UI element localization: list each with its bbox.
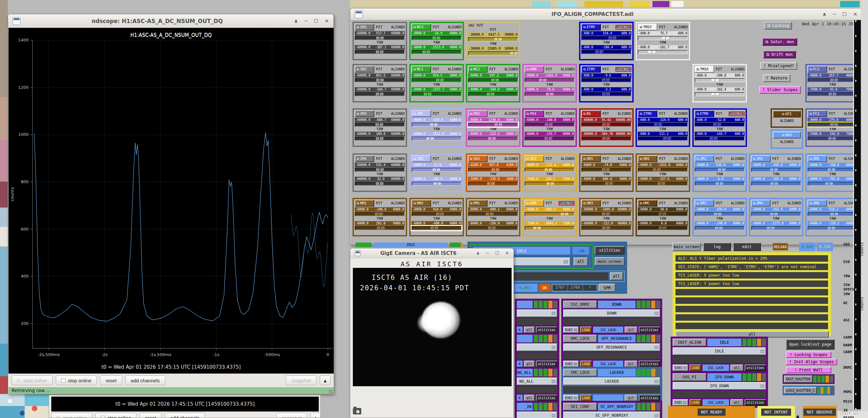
tool-button-1[interactable]: ! Init Align Scopes bbox=[786, 359, 837, 365]
optic-display-button[interactable]: ⧉ZM6 bbox=[808, 200, 827, 207]
yaw-slider[interactable] bbox=[581, 182, 631, 186]
optic-display-button[interactable]: ⧉PRM bbox=[525, 66, 544, 73]
maximize-icon[interactable]: ☐ bbox=[314, 18, 318, 24]
medm-button-locking[interactable]: ⧉ Locking bbox=[764, 22, 792, 30]
optic-display-button[interactable]: ⧉SR3 bbox=[468, 155, 488, 162]
camera-titlebar[interactable]: GigE Camera - AS AIR ISCT6 ∧ ─ ☐ ✕ bbox=[350, 248, 514, 258]
exec-dropdown[interactable]: EXEC bbox=[563, 326, 579, 333]
pit-slider[interactable] bbox=[355, 123, 405, 127]
yaw-slider[interactable] bbox=[638, 182, 688, 186]
yaw-slider[interactable] bbox=[751, 182, 801, 186]
yaw-slider[interactable] bbox=[468, 92, 518, 96]
optic-display-button[interactable]: ⧉ZM1 bbox=[695, 155, 714, 162]
yaw-slider[interactable] bbox=[525, 226, 575, 230]
optic-display-button[interactable]: ⧉ZM4 bbox=[751, 200, 771, 207]
yaw-slider[interactable] bbox=[355, 92, 405, 96]
pit-slider[interactable] bbox=[355, 212, 405, 216]
optic-display-button[interactable]: ⧉PR2 bbox=[468, 110, 488, 117]
pit-slider[interactable] bbox=[412, 36, 462, 40]
panel-log-button[interactable]: log bbox=[703, 243, 731, 251]
optic-display-button[interactable]: ⧉SR2 bbox=[525, 155, 544, 162]
pit-slider[interactable] bbox=[468, 78, 518, 82]
yaw-slider[interactable] bbox=[468, 137, 518, 141]
optic-display-button[interactable]: ⧉ITMX bbox=[638, 110, 657, 117]
pit-slider[interactable] bbox=[525, 212, 575, 216]
pit-slider[interactable] bbox=[412, 78, 462, 82]
medm-button-misaligned[interactable]: ! Misaligned? bbox=[760, 62, 797, 70]
node-request-dropdown[interactable] bbox=[517, 343, 557, 351]
pit-slider[interactable] bbox=[751, 168, 801, 172]
shutter-name-button[interactable]: FAST_SHUTTER bbox=[784, 376, 812, 383]
yaw-slider[interactable] bbox=[355, 137, 405, 141]
yaw-slider[interactable] bbox=[638, 50, 688, 54]
panel-main-screen-button[interactable]: main screen bbox=[672, 243, 701, 251]
node-request-dropdown[interactable]: DOWN bbox=[563, 309, 660, 317]
pit-slider[interactable] bbox=[355, 168, 405, 172]
yaw-slider[interactable] bbox=[355, 50, 405, 54]
load-button[interactable]: LOAD bbox=[580, 360, 592, 367]
open-locklost-button[interactable]: Open locklost page bbox=[786, 339, 835, 350]
all-button[interactable]: all bbox=[524, 395, 535, 401]
optic-display-button[interactable]: ⧉ETMX bbox=[695, 110, 714, 117]
yaw-slider[interactable] bbox=[581, 137, 631, 141]
all-button[interactable]: all bbox=[624, 395, 638, 401]
close-icon[interactable]: ✕ bbox=[853, 11, 857, 17]
pit-slider[interactable] bbox=[581, 212, 631, 216]
pit-slider[interactable] bbox=[695, 212, 745, 216]
node-request-dropdown[interactable] bbox=[517, 412, 557, 418]
utilities-button[interactable]: utilities bbox=[536, 395, 557, 401]
pit-slider[interactable] bbox=[581, 78, 631, 82]
optic-display-button[interactable]: ⧉OMC bbox=[638, 200, 657, 207]
pit-slider[interactable] bbox=[525, 78, 575, 82]
yaw-slider[interactable] bbox=[808, 182, 858, 186]
yaw-slider[interactable] bbox=[412, 182, 462, 186]
master-utilities-button[interactable]: utilities bbox=[595, 246, 624, 254]
optic-display-button[interactable]: ⧉TMSX bbox=[695, 66, 714, 73]
node-name-button[interactable]: INIT_ALIGN bbox=[673, 339, 706, 346]
yaw-slider[interactable] bbox=[581, 50, 631, 54]
optic-display-button[interactable]: ⧉FC2 bbox=[808, 66, 827, 73]
shutter-name-button[interactable]: LOSS_SHUTTER_C bbox=[784, 387, 817, 394]
pit-slider[interactable] bbox=[581, 36, 631, 40]
pit-slider[interactable] bbox=[468, 37, 518, 41]
pit-slider[interactable] bbox=[581, 123, 631, 127]
close-icon[interactable]: ✕ bbox=[324, 18, 329, 24]
optic-display-button[interactable]: ⧉ETMY bbox=[581, 24, 601, 31]
pit-slider[interactable] bbox=[808, 123, 858, 127]
exec-dropdown[interactable]: EXEC bbox=[563, 360, 579, 367]
yaw-slider[interactable] bbox=[638, 226, 688, 230]
reset-button-2[interactable]: reset bbox=[140, 413, 161, 418]
utilities-button[interactable]: utilities bbox=[745, 364, 766, 371]
close-icon[interactable]: ✕ bbox=[505, 251, 509, 255]
optic-display-button[interactable]: ⧉OM1 bbox=[581, 155, 601, 162]
camera-snapshot-icon[interactable] bbox=[353, 408, 361, 414]
optic-display-button[interactable]: ⧉ZM2 bbox=[695, 200, 714, 207]
expand-button[interactable]: ▲ bbox=[320, 376, 331, 385]
yaw-slider[interactable] bbox=[808, 226, 858, 230]
snapshot-button-2[interactable]: snapshot bbox=[276, 413, 307, 418]
medm-button-satur-mon[interactable]: ⧉ Satur. mon bbox=[762, 38, 797, 46]
node-request-dropdown[interactable]: NG_ALL bbox=[517, 378, 557, 385]
yaw-slider[interactable] bbox=[695, 182, 745, 186]
tool-button-0[interactable]: ! Locking Scopes bbox=[786, 351, 831, 358]
stop-online-button-2[interactable]: stop online bbox=[95, 413, 137, 418]
yaw-slider[interactable] bbox=[412, 50, 462, 54]
load-button[interactable]: LOAD bbox=[689, 364, 701, 371]
optic-display-button[interactable]: ⧉OPO bbox=[773, 132, 801, 138]
pit-slider[interactable] bbox=[468, 212, 518, 216]
reset-button[interactable]: reset bbox=[100, 376, 122, 385]
node-request-dropdown[interactable]: OFF_RESONANCE bbox=[563, 343, 660, 351]
utilities-button[interactable]: utilities bbox=[639, 360, 660, 367]
yaw-slider[interactable] bbox=[525, 182, 575, 186]
optic-display-button[interactable]: ⧉BS bbox=[581, 110, 601, 117]
minimize-icon[interactable]: ─ bbox=[486, 251, 489, 255]
add-channels-button-2[interactable]: add channels bbox=[165, 413, 205, 418]
medm-titlebar[interactable]: IFO_ALIGN_COMPACTEST.adl ∧ ─ ☐ ✕ bbox=[350, 8, 862, 20]
yaw-slider[interactable] bbox=[581, 226, 631, 230]
yaw-slider[interactable] bbox=[525, 92, 575, 96]
optic-display-button[interactable]: ⧉TMSY bbox=[638, 24, 657, 31]
exec-dropdown[interactable]: EXEC bbox=[673, 364, 688, 371]
shade-icon[interactable]: ∧ bbox=[823, 11, 827, 17]
pit-slider[interactable] bbox=[581, 168, 631, 172]
yaw-slider[interactable] bbox=[468, 182, 518, 186]
